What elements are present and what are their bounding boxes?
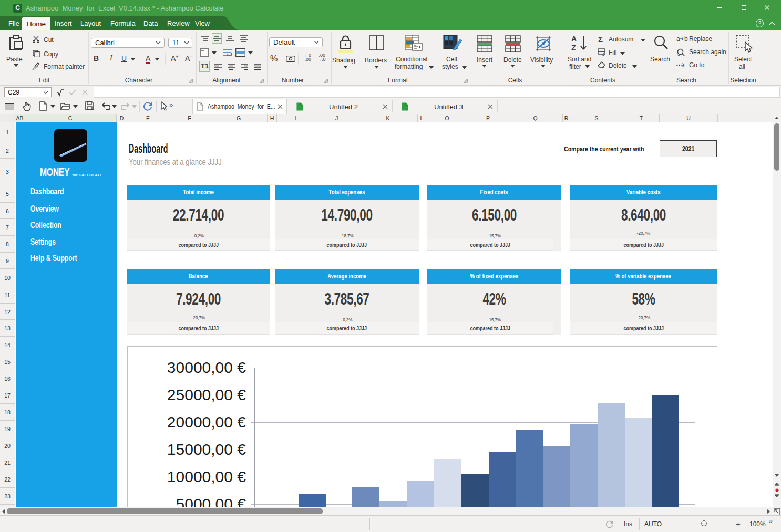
svg-text:Z: Z: [571, 44, 576, 52]
svg-text:b: b: [684, 36, 688, 42]
svg-text:A: A: [571, 35, 577, 43]
svg-text:a: a: [676, 36, 680, 42]
